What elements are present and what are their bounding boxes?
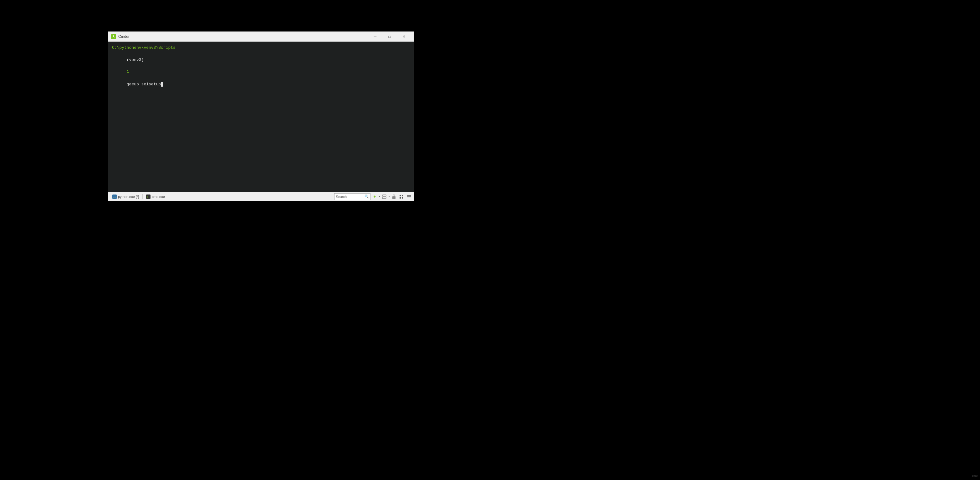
command-text: geeup selsetup [127,82,161,87]
split-horizontal-button[interactable] [381,193,388,200]
python-tab-icon [112,195,117,199]
tab-cmd[interactable]: λ cmd.exe [143,193,168,200]
lock-icon [392,195,396,199]
statusbar: python.exe [*] λ cmd.exe 🔍 + ▾ [108,192,414,201]
system-clock: 0:00 [972,474,977,477]
svg-rect-8 [402,197,403,198]
svg-rect-3 [382,197,386,198]
cmder-logo-icon: λ [111,34,116,40]
terminal-body[interactable]: C:\pythonenv\venv3\Scripts (venv3) λ gee… [108,41,414,192]
logo-char: λ [111,34,116,39]
minimize-button[interactable]: ─ [368,32,382,41]
svg-rect-7 [399,197,401,198]
prompt-space2 [127,76,129,81]
layout-icon [399,195,404,199]
split-h-icon [382,195,387,199]
layout-button[interactable] [398,193,405,200]
cmd-tab-icon: λ [146,195,151,199]
search-icon[interactable]: 🔍 [364,195,369,198]
svg-rect-6 [402,195,403,196]
lock-button[interactable] [390,193,398,200]
tab-separator [142,194,143,199]
titlebar: λ Cmder ─ □ ✕ [108,32,414,41]
path-line: C:\pythonenv\venv3\Scripts [112,45,410,51]
svg-text:λ: λ [147,196,148,198]
tab-python[interactable]: python.exe [*] [110,193,142,200]
search-box: 🔍 [334,193,371,200]
window-title: Cmder [118,35,368,39]
statusbar-actions: + ▾ ▾ [371,193,412,200]
svg-rect-2 [382,195,386,196]
prompt-line: (venv3) λ geeup selsetup [112,51,410,94]
svg-rect-5 [399,195,401,196]
svg-rect-4 [392,196,396,199]
venv-indicator: (venv3) [127,57,144,62]
menu-button[interactable] [406,193,412,200]
add-tab-dropdown-icon[interactable]: ▾ [379,195,380,198]
close-button[interactable]: ✕ [397,32,411,41]
window-controls: ─ □ ✕ [368,32,411,41]
lambda-symbol: λ [127,70,129,74]
prompt-space [127,64,129,68]
add-tab-button[interactable]: + [371,193,378,200]
split-h-dropdown-icon[interactable]: ▾ [388,195,390,198]
tab-cmd-label: cmd.exe [152,195,165,198]
search-input[interactable] [336,195,364,198]
maximize-button[interactable]: □ [382,32,397,41]
cmder-window: λ Cmder ─ □ ✕ C:\pythonenv\venv3\Scripts… [108,31,414,201]
terminal-cursor [161,82,163,87]
tab-python-label: python.exe [*] [118,195,139,198]
hamburger-icon [407,195,411,198]
